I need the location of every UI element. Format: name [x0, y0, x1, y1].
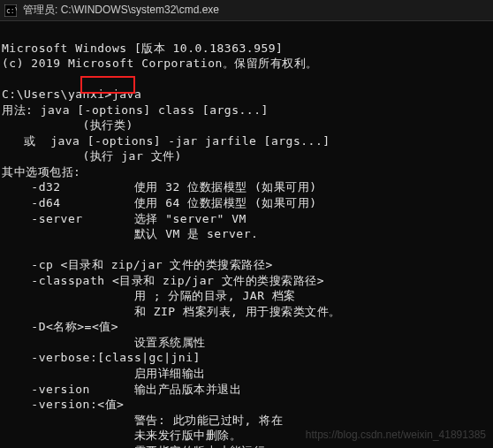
- watermark-text: https://blog.csdn.net/weixin_41891385: [306, 429, 486, 441]
- cmd-icon: c:\: [4, 4, 18, 18]
- output-line: 用 ; 分隔的目录, JAR 档案: [2, 289, 296, 302]
- output-line: -version:<值>: [2, 398, 124, 411]
- output-line: -D<名称>=<值>: [2, 320, 118, 333]
- output-line: 启用详细输出: [2, 367, 206, 380]
- output-line: 用法: java [-options] class [args...]: [2, 103, 269, 117]
- output-line: -d32 使用 32 位数据模型 (如果可用): [2, 180, 317, 194]
- output-line: 需要指定的版本才能运行: [2, 444, 265, 448]
- output-line: -d64 使用 64 位数据模型 (如果可用): [2, 196, 317, 209]
- window-titlebar: c:\ 管理员: C:\WINDOWS\system32\cmd.exe: [0, 0, 493, 21]
- output-line: -version 输出产品版本并退出: [2, 383, 241, 396]
- output-line: (c) 2019 Microsoft Corporation。保留所有权利。: [2, 57, 318, 70]
- output-line: 其中选项包括:: [2, 165, 80, 178]
- output-line: (执行 jar 文件): [2, 149, 182, 163]
- output-line: (执行类): [2, 118, 133, 132]
- output-line: -server 选择 "server" VM: [2, 212, 246, 225]
- output-line: 和 ZIP 档案列表, 用于搜索类文件。: [2, 305, 341, 318]
- output-line: -verbose:[class|gc|jni]: [2, 351, 201, 364]
- output-line: -cp <目录和 zip/jar 文件的类搜索路径>: [2, 258, 273, 271]
- svg-text:c:\: c:\: [6, 7, 17, 15]
- output-line: 未来发行版中删除。: [2, 429, 241, 442]
- output-line: 默认 VM 是 server.: [2, 227, 258, 240]
- output-line: 警告: 此功能已过时, 将在: [2, 414, 283, 427]
- output-line: Microsoft Windows [版本 10.0.18363.959]: [2, 42, 283, 55]
- window-title: 管理员: C:\WINDOWS\system32\cmd.exe: [23, 3, 219, 18]
- output-line: -classpath <目录和 zip/jar 文件的类搜索路径>: [2, 274, 324, 287]
- prompt-line: C:\Users\yanxi>java: [2, 87, 141, 101]
- output-line: 设置系统属性: [2, 336, 206, 349]
- terminal-output[interactable]: Microsoft Windows [版本 10.0.18363.959] (c…: [0, 21, 493, 448]
- output-line: 或 java [-options] -jar jarfile [args...]: [2, 134, 330, 148]
